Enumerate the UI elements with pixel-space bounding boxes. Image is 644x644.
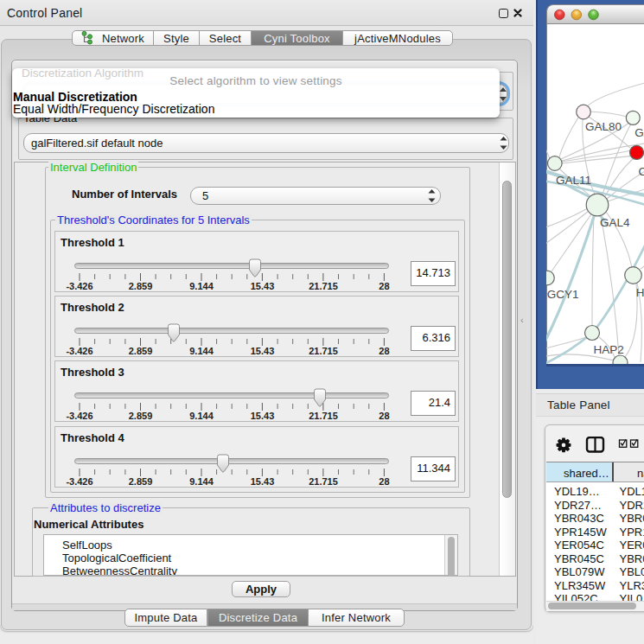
svg-text:GA: GA xyxy=(634,126,644,139)
svg-text:GAL80: GAL80 xyxy=(585,120,622,133)
svg-text:GCY1: GCY1 xyxy=(547,288,579,301)
svg-text:HAP2: HAP2 xyxy=(593,343,623,356)
svg-text:GAL11: GAL11 xyxy=(556,174,591,187)
svg-text:GAL4: GAL4 xyxy=(600,216,630,229)
svg-text:C: C xyxy=(639,165,644,178)
svg-text:H: H xyxy=(636,286,644,299)
